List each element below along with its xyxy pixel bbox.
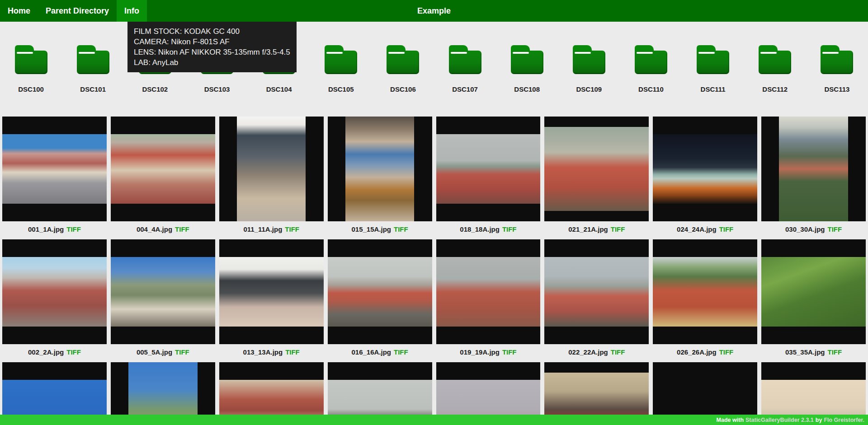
photo-cell-013_13A: 013_13A.jpgTIFF: [219, 239, 324, 362]
tiff-link-001_1A[interactable]: TIFF: [66, 225, 81, 233]
nav-item-parent-directory[interactable]: Parent Directory: [38, 0, 117, 22]
tiff-link-018_18A[interactable]: TIFF: [502, 225, 517, 233]
photo-cell-019_19A: 019_19A.jpgTIFF: [436, 239, 541, 362]
photo-thumbnail-001_1A[interactable]: [2, 117, 107, 221]
photo-image: [653, 134, 757, 203]
photo-filename: 035_35A.jpg: [785, 348, 825, 356]
photo-thumbnail-016_16A[interactable]: [328, 239, 432, 344]
tiff-link-002_2A[interactable]: TIFF: [66, 348, 81, 356]
photo-image: [544, 257, 649, 326]
photo-thumbnail-024_24A[interactable]: [653, 117, 757, 221]
photo-thumbnail-018_18A[interactable]: [436, 117, 541, 221]
folder-icon-stripe: [513, 52, 529, 54]
folder-icon-stripe: [326, 52, 343, 54]
photo-thumbnail-015_15A[interactable]: [328, 117, 432, 221]
nav-item-info[interactable]: Info: [117, 0, 147, 22]
tiff-link-030_30A[interactable]: TIFF: [828, 225, 842, 233]
photo-cell-005_5A: 005_5A.jpgTIFF: [111, 239, 215, 362]
photo-thumbnail-019_19A[interactable]: [436, 239, 541, 344]
photo-cell-024_24A: 024_24A.jpgTIFF: [653, 117, 757, 239]
tiff-link-022_22A[interactable]: TIFF: [611, 348, 625, 356]
footer-author-link[interactable]: Flo Greistorfer.: [824, 417, 864, 423]
folder-icon: [77, 45, 109, 74]
photo-filename: 022_22A.jpg: [568, 348, 608, 356]
top-nav: HomeParent DirectoryInfo Example: [0, 0, 868, 22]
photo-caption: 013_13A.jpgTIFF: [243, 348, 300, 356]
photo-thumbnail-026_26A[interactable]: [653, 239, 757, 344]
folder-label: DSC108: [514, 85, 540, 93]
photo-cell-016_16A: 016_16A.jpgTIFF: [328, 239, 432, 362]
photo-image: [761, 257, 866, 326]
folder-label: DSC100: [18, 85, 44, 93]
tiff-link-013_13A[interactable]: TIFF: [285, 348, 300, 356]
tiff-link-011_11A[interactable]: TIFF: [285, 225, 299, 233]
photo-image: [2, 134, 107, 203]
photo-image: [2, 257, 107, 326]
photo-thumbnail-011_11A[interactable]: [219, 117, 324, 221]
folder-DSC100[interactable]: DSC100: [0, 45, 62, 93]
folder-DSC107[interactable]: DSC107: [434, 45, 496, 93]
photo-thumbnail-013_13A[interactable]: [219, 239, 324, 344]
folder-icon-stripe: [451, 52, 467, 54]
tiff-link-026_26A[interactable]: TIFF: [719, 348, 734, 356]
tiff-link-024_24A[interactable]: TIFF: [719, 225, 734, 233]
tiff-link-005_5A[interactable]: TIFF: [175, 348, 189, 356]
photo-thumbnail-021_21A[interactable]: [544, 117, 649, 221]
photo-row: 001_1A.jpgTIFF004_4A.jpgTIFF011_11A.jpgT…: [2, 117, 866, 239]
photo-caption: 001_1A.jpgTIFF: [28, 225, 81, 234]
folder-icon-body: [77, 51, 109, 74]
photo-filename: 024_24A.jpg: [677, 225, 717, 233]
folder-icon: [511, 45, 543, 74]
photo-thumbnail-030_30A[interactable]: [761, 117, 866, 221]
photo-cell-022_22A: 022_22A.jpgTIFF: [544, 239, 649, 362]
tiff-link-019_19A[interactable]: TIFF: [502, 348, 517, 356]
photo-image: [111, 257, 215, 326]
folder-icon-body: [449, 51, 481, 74]
folder-label: DSC103: [204, 85, 230, 93]
tiff-link-035_35A[interactable]: TIFF: [828, 348, 842, 356]
photo-cell-018_18A: 018_18A.jpgTIFF: [436, 117, 541, 239]
photo-cell-001_1A: 001_1A.jpgTIFF: [2, 117, 107, 239]
tiff-link-015_15A[interactable]: TIFF: [394, 225, 408, 233]
nav-item-home[interactable]: Home: [0, 0, 38, 22]
footer-bar: Made with StaticGalleryBuilder 2.3.1 by …: [0, 415, 868, 425]
folder-DSC109[interactable]: DSC109: [558, 45, 620, 93]
tiff-link-021_21A[interactable]: TIFF: [611, 225, 625, 233]
footer-builder-link[interactable]: StaticGalleryBuilder 2.3.1: [745, 417, 814, 423]
photo-thumbnail-004_4A[interactable]: [111, 117, 215, 221]
photo-filename: 011_11A.jpg: [243, 225, 282, 233]
folder-DSC110[interactable]: DSC110: [620, 45, 682, 93]
folder-label: DSC101: [80, 85, 106, 93]
photo-image: [436, 257, 541, 326]
photo-thumbnail-022_22A[interactable]: [544, 239, 649, 344]
folder-icon: [325, 45, 357, 74]
photo-thumbnail-005_5A[interactable]: [111, 239, 215, 344]
photo-caption: 026_26A.jpgTIFF: [677, 348, 733, 356]
folder-icon-body: [697, 51, 729, 74]
folder-icon-stripe: [822, 52, 839, 54]
photo-caption: 030_30A.jpgTIFF: [785, 225, 842, 234]
tiff-link-004_4A[interactable]: TIFF: [175, 225, 189, 233]
folder-icon-body: [759, 51, 791, 74]
photo-filename: 004_4A.jpg: [137, 225, 172, 233]
photo-filename: 018_18A.jpg: [460, 225, 500, 233]
photo-caption: 005_5A.jpgTIFF: [137, 348, 189, 356]
folder-icon-body: [387, 51, 419, 74]
folder-DSC111[interactable]: DSC111: [682, 45, 744, 93]
info-tooltip-line: FILM STOCK: KODAK GC 400: [134, 26, 290, 37]
folder-DSC105[interactable]: DSC105: [310, 45, 372, 93]
photo-filename: 016_16A.jpg: [351, 348, 391, 356]
folder-DSC112[interactable]: DSC112: [744, 45, 806, 93]
folder-DSC106[interactable]: DSC106: [372, 45, 434, 93]
info-tooltip-line: CAMERA: Nikon F-801S AF: [134, 37, 290, 47]
folder-icon-body: [821, 51, 853, 74]
photo-caption: 002_2A.jpgTIFF: [28, 348, 81, 356]
photo-thumbnail-002_2A[interactable]: [2, 239, 107, 344]
folder-DSC101[interactable]: DSC101: [62, 45, 124, 93]
tiff-link-016_16A[interactable]: TIFF: [394, 348, 408, 356]
folder-icon-body: [325, 51, 357, 74]
folder-DSC113[interactable]: DSC113: [806, 45, 868, 93]
photo-thumbnail-035_35A[interactable]: [761, 239, 866, 344]
folder-DSC108[interactable]: DSC108: [496, 45, 558, 93]
photo-caption: 018_18A.jpgTIFF: [460, 225, 516, 234]
